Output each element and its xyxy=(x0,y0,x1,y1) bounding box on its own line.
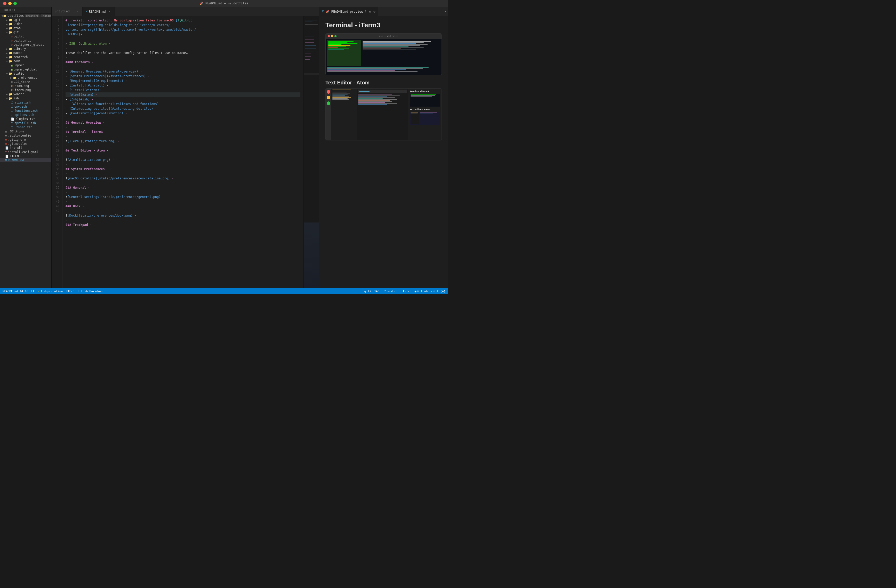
sidebar: Project ▼ 📁 .dotfiles [master] [master] … xyxy=(0,7,52,288)
tree-item-npmrc[interactable]: ■ .npmrc xyxy=(0,63,51,67)
tree-item-ds-store2[interactable]: ■ .DS_Store xyxy=(0,129,51,134)
folder-open-icon: 📂 xyxy=(9,97,12,100)
preview-tab[interactable]: M 🚀 README.md preview § ↻ ⚙ xyxy=(319,7,378,16)
tree-item-plugins-txt[interactable]: 📄 plugins.txt xyxy=(0,117,51,121)
line-num: 12 xyxy=(52,69,62,74)
tree-item-atom-png[interactable]: 🖼 atom.png xyxy=(0,84,51,88)
svg-rect-32 xyxy=(305,61,316,61)
tab-readme[interactable]: M README.md ✕ xyxy=(82,7,115,16)
status-github[interactable]: ● GitHub xyxy=(415,289,428,293)
settings-icon[interactable]: ⚙ xyxy=(373,10,375,14)
line-num: 35 xyxy=(52,176,62,181)
tree-item-env-zsh[interactable]: ⬡ env.zsh xyxy=(0,105,51,109)
tree-item-readme[interactable]: M README.md xyxy=(0,158,51,162)
code-line-28: ![Atom](static/atom.png) · xyxy=(66,157,300,162)
editor-content[interactable]: 1 2 3 4 5 6 7 8 9 10 11 12 13 14 xyxy=(52,16,303,288)
tree-item-gitignore-global[interactable]: ⚙ .gitignore_global xyxy=(0,43,51,47)
git-count-icon: ↓ xyxy=(431,289,433,293)
tree-item-gitconfig[interactable]: ⚙ .gitconfig xyxy=(0,38,51,43)
status-fetch[interactable]: ↓ Fetch xyxy=(400,289,411,293)
tree-item-install-conf[interactable]: Y install.conf.yaml xyxy=(0,150,51,154)
svg-rect-24 xyxy=(305,49,316,49)
maximize-button[interactable] xyxy=(14,2,17,5)
tree-item-neofetch[interactable]: ▶ 📁 neofetch xyxy=(0,55,51,59)
status-git-count[interactable]: ↓ Git (4) xyxy=(431,289,445,293)
code-line-13: - [iTerm3](#iterm3) · xyxy=(66,88,300,92)
tree-item-node[interactable]: ▼ 📂 node xyxy=(0,59,51,63)
tree-item-static[interactable]: ▼ 📂 static xyxy=(0,72,51,76)
tab-close-button[interactable]: ✕ xyxy=(107,9,111,14)
status-font-size[interactable]: 1A² xyxy=(374,289,379,293)
tree-item-zsh[interactable]: ▼ 📂 zsh xyxy=(0,96,51,101)
code-line-23: · xyxy=(66,134,300,139)
tab-untitled[interactable]: untitled ✕ xyxy=(52,7,82,16)
tree-item-license[interactable]: 📄 LICENSE xyxy=(0,154,51,158)
tree-item-ds-store1[interactable]: ■ .DS_Store xyxy=(0,80,51,84)
code-line-7: #### Contents · xyxy=(66,60,300,64)
branch-icon: ⎇ xyxy=(382,289,386,293)
status-position[interactable]: README.md 14:16 xyxy=(3,289,28,293)
minimize-button[interactable] xyxy=(8,2,12,5)
code-line-20: ## General Overview · xyxy=(66,120,300,125)
image-file-icon: 🖼 xyxy=(11,84,14,88)
tree-item-iterm-png[interactable]: 🖼 iterm.png xyxy=(0,88,51,92)
tree-label: .git xyxy=(14,18,21,22)
folder-icon: 📁 xyxy=(9,51,12,55)
line-num: 16 xyxy=(52,88,62,92)
status-grammar[interactable]: GitHub Markdown xyxy=(78,289,103,293)
line-num: 31 xyxy=(52,157,62,162)
preview-close-icon[interactable]: ✕ xyxy=(444,9,446,14)
tree-label: vendor xyxy=(14,92,24,96)
tree-item-idea[interactable]: ▶ 📁 .idea xyxy=(0,22,51,26)
tree-item-npmrc-global[interactable]: ■ .npmrc-global xyxy=(0,67,51,72)
tree-item-gitrc[interactable]: ⚙ .gitrc xyxy=(0,34,51,38)
tree-label: install.conf.yaml xyxy=(8,150,38,154)
tree-item-alias-zsh[interactable]: ⬡ alias.zsh xyxy=(0,101,51,105)
tree-item-options-zsh[interactable]: ⬡ options.zsh xyxy=(0,113,51,117)
tree-item-macos[interactable]: ▶ 📁 macos xyxy=(0,51,51,55)
tree-item-atom[interactable]: ▶ 📁 atom xyxy=(0,26,51,30)
tree-item-zshrc[interactable]: ⬡ .zshrc.zsh xyxy=(0,125,51,129)
folder-icon: 📁 xyxy=(9,55,12,59)
tree-item-git[interactable]: ▼ 📂 git xyxy=(0,30,51,34)
tree-item-preferences[interactable]: ▶ 📁 preferences xyxy=(0,76,51,80)
status-warning[interactable]: ⚠ 1 deprecation xyxy=(38,289,63,293)
status-git-plus[interactable]: git+ xyxy=(364,289,371,293)
tree-item-library[interactable]: ▶ 📁 Library xyxy=(0,47,51,51)
chevron-right-icon: ▶ xyxy=(5,47,9,50)
close-button[interactable] xyxy=(3,2,6,5)
txt-file-icon: 📄 xyxy=(11,117,14,121)
section-icon[interactable]: § xyxy=(365,10,366,14)
svg-rect-6 xyxy=(305,24,318,24)
tree-item-gitignore[interactable]: ⚙ .gitignore xyxy=(0,137,51,142)
tab-close-button[interactable]: ✕ xyxy=(75,9,79,14)
file-tree[interactable]: ▼ 📁 .dotfiles [master] [master] ▶ 📁 .git… xyxy=(0,14,51,288)
chevron-right-icon: ▶ xyxy=(5,56,9,59)
svg-rect-11 xyxy=(305,31,312,31)
tree-item-dotfiles[interactable]: ▼ 📁 .dotfiles [master] [master] xyxy=(0,14,51,18)
code-line-35: · xyxy=(66,190,300,195)
tree-item-install[interactable]: 📄 install xyxy=(0,146,51,150)
preview-content[interactable]: Terminal - iTerm3 zsh — dotfiles xyxy=(319,16,448,288)
tree-item-functions-zsh[interactable]: ⬡ functions.zsh xyxy=(0,109,51,113)
refresh-icon[interactable]: ↻ xyxy=(369,10,371,14)
tree-item-gitmodules[interactable]: ⚙ .gitmodules xyxy=(0,142,51,146)
status-git-branch[interactable]: ⎇ master xyxy=(382,289,397,293)
svg-rect-3 xyxy=(305,20,317,20)
chevron-right-icon: ▶ xyxy=(5,52,9,55)
status-encoding[interactable]: LF xyxy=(31,289,35,293)
tree-item-zprofile[interactable]: ⬡ zprofile.zsh xyxy=(0,121,51,125)
code-area[interactable]: # :rocket: :construction: My configurati… xyxy=(62,16,303,288)
image-file-icon: 🖼 xyxy=(11,88,14,92)
line-num: 8 xyxy=(52,50,62,55)
preview-atom-image: Terminal - iTerm3 Text Editor - Atom xyxy=(325,88,442,140)
minimap[interactable] xyxy=(303,16,319,288)
line-num: 38 xyxy=(52,190,62,195)
svg-rect-15 xyxy=(305,35,316,35)
svg-rect-25 xyxy=(305,50,313,50)
folder-icon: 📁 xyxy=(3,14,7,18)
status-charset[interactable]: UTF-8 xyxy=(66,289,74,293)
tree-item-vendor[interactable]: ▶ 📁 vendor xyxy=(0,92,51,96)
tree-item-git-hidden[interactable]: ▶ 📁 .git xyxy=(0,18,51,22)
tree-item-editorconfig[interactable]: ⚙ .editorconfig xyxy=(0,134,51,137)
